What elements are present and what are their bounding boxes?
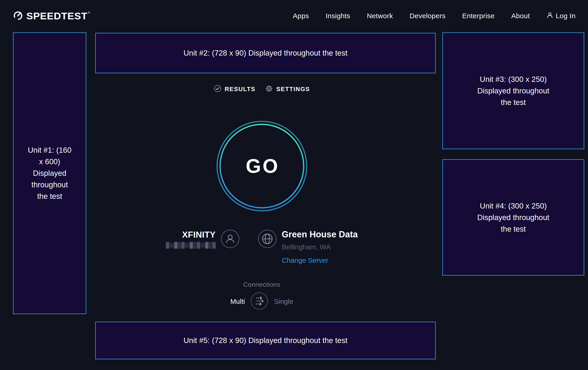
connections-option-multi[interactable]: Multi [230, 298, 245, 305]
server-name: Green House Data [282, 230, 358, 240]
server-location: Bellingham, WA [282, 243, 331, 251]
speedometer-gauge-icon [13, 10, 23, 21]
connection-info-row: XFINITY [166, 230, 358, 265]
ad-unit-3-text: Unit #3: (300 x 250) Displayed throughou… [473, 74, 553, 108]
speedtest-logo[interactable]: SPEEDTEST ® [13, 10, 90, 22]
multi-connections-icon[interactable] [250, 292, 268, 311]
login-button[interactable]: Log In [546, 12, 576, 20]
main-nav: Apps Insights Network Developers Enterpr… [293, 12, 576, 20]
ad-unit-2-leaderboard: Unit #2: (728 x 90) Displayed throughout… [95, 33, 436, 73]
connections-toggle-row: Multi Single [230, 292, 293, 311]
isp-info: XFINITY [166, 230, 240, 249]
connections-label: Connections [243, 281, 280, 288]
nav-item-about[interactable]: About [511, 12, 530, 20]
go-button-label: GO [216, 120, 308, 212]
top-nav-bar: SPEEDTEST ® Apps Insights Network Develo… [0, 0, 588, 32]
go-button[interactable]: GO [216, 120, 308, 212]
isp-name: XFINITY [182, 230, 215, 240]
connections-option-single[interactable]: Single [274, 298, 293, 305]
ad-unit-4-text: Unit #4: (300 x 250) Displayed throughou… [473, 200, 553, 235]
server-avatar globe-icon [258, 230, 277, 249]
tab-settings[interactable]: SETTINGS [265, 85, 310, 93]
nav-item-developers[interactable]: Developers [410, 12, 445, 20]
ad-unit-4-rectangle: Unit #4: (300 x 250) Displayed throughou… [442, 159, 584, 276]
tab-results[interactable]: RESULTS [214, 85, 255, 93]
person-icon [546, 12, 553, 20]
change-server-link[interactable]: Change Server [282, 257, 328, 264]
ad-unit-5-leaderboard: Unit #5: (728 x 90) Displayed throughout… [95, 321, 436, 359]
ip-address-blurred [166, 242, 216, 249]
isp-avatar person-icon [221, 230, 240, 249]
trademark-symbol: ® [88, 11, 91, 14]
nav-item-network[interactable]: Network [367, 12, 393, 20]
ad-unit-2-text: Unit #2: (728 x 90) Displayed throughout… [184, 47, 347, 59]
ad-unit-1-skyscraper: Unit #1: (160 x 600) Displayed throughou… [13, 32, 86, 314]
gear-icon [265, 85, 273, 93]
nav-item-enterprise[interactable]: Enterprise [462, 12, 495, 20]
ad-unit-5-text: Unit #5: (728 x 90) Displayed throughout… [184, 335, 347, 346]
server-info: Green House Data Bellingham, WA Change S… [258, 230, 358, 264]
logo-wordmark: SPEEDTEST ® [26, 10, 90, 22]
check-circle-icon [214, 85, 221, 93]
nav-item-insights[interactable]: Insights [326, 12, 350, 20]
ad-unit-1-text: Unit #1: (160 x 600) Displayed throughou… [25, 144, 74, 202]
ad-unit-3-rectangle: Unit #3: (300 x 250) Displayed throughou… [442, 32, 584, 149]
nav-item-apps[interactable]: Apps [293, 12, 309, 20]
results-settings-tabs: RESULTS SETTINGS [214, 84, 310, 94]
